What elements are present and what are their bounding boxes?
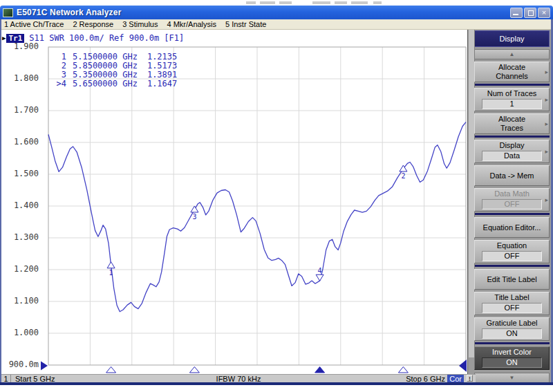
softkey-label: Allocate bbox=[475, 63, 549, 72]
softkey-sidebar: Display ▲ AllocateChannels▸Num of Traces… bbox=[467, 30, 551, 382]
y-axis-label: 1.300 bbox=[1, 233, 39, 242]
submenu-arrow-icon: ▸ bbox=[545, 120, 548, 127]
softkey-scroll-down-button[interactable]: ▼ bbox=[474, 373, 550, 383]
marker-label: 1 bbox=[109, 269, 113, 277]
softkey-group-separator bbox=[474, 342, 550, 344]
title-bar: E5071C Network Analyzer × bbox=[0, 6, 553, 19]
y-axis-label: 1.800 bbox=[1, 74, 39, 83]
marker-readout-table: 15.1500000 GHz1.213525.8500000 GHz1.5173… bbox=[51, 53, 177, 88]
menu-active-ch-trace[interactable]: 1 Active Ch/Trace bbox=[4, 20, 64, 28]
softkey-allocate-traces[interactable]: AllocateTraces▸ bbox=[474, 113, 550, 134]
window-border-left bbox=[0, 19, 1, 383]
softkey-label: Display bbox=[475, 141, 549, 150]
y-axis-label: 1.100 bbox=[1, 297, 39, 306]
y-axis-label: 1.200 bbox=[1, 265, 39, 274]
softkey-group-separator bbox=[474, 213, 550, 215]
menu-mkr-analysis[interactable]: 4 Mkr/Analysis bbox=[167, 20, 216, 28]
screen: E5071C Network Analyzer × 1 Active Ch/Tr… bbox=[0, 0, 553, 392]
trace-format-text: S11 SWR 100.0m/ Ref 900.0m [F1] bbox=[29, 33, 184, 43]
menu-stimulus[interactable]: 3 Stimulus bbox=[122, 20, 158, 28]
softkey-label: Data -> Mem bbox=[475, 171, 549, 180]
submenu-arrow-icon: ▸ bbox=[545, 96, 548, 103]
marker-label: 2 bbox=[401, 172, 405, 180]
softkey-label: Graticule Label bbox=[475, 319, 549, 328]
marker-frequency: 5.6500000 GHz bbox=[73, 80, 138, 88]
marker-stimulus-triangle bbox=[398, 367, 408, 373]
softkey-value: 1 bbox=[482, 99, 542, 109]
scroll-up-icon: ▲ bbox=[509, 51, 515, 57]
marker-symbol bbox=[400, 165, 407, 171]
window-border-bottom bbox=[0, 382, 553, 385]
softkey-display-data[interactable]: DisplayData▸ bbox=[474, 140, 550, 163]
softkey-data-to-mem[interactable]: Data -> Mem bbox=[474, 165, 550, 186]
menu-response[interactable]: 2 Response bbox=[73, 20, 113, 28]
y-axis-label: 900.0m bbox=[1, 360, 39, 369]
y-axis-label: 1.400 bbox=[1, 201, 39, 210]
softkey-label: Allocate bbox=[475, 115, 549, 124]
softkey-label: Traces bbox=[475, 124, 549, 133]
marker-symbol bbox=[191, 206, 198, 212]
softkey-label: Data Math bbox=[475, 189, 549, 198]
y-axis-label: 1.900 bbox=[1, 42, 39, 51]
marker-label: 3 bbox=[192, 213, 196, 221]
softkey-label: Num of Traces bbox=[475, 89, 549, 98]
alert-badge: ! bbox=[467, 375, 473, 382]
minimize-icon bbox=[513, 14, 518, 15]
active-marker-stimulus-triangle bbox=[315, 367, 325, 373]
softkey-data-math[interactable]: Data MathOFF▸ bbox=[474, 188, 550, 212]
softkey-group-separator bbox=[474, 136, 550, 138]
y-axis-label: 1.600 bbox=[1, 138, 39, 147]
softkey-menu-header: Display bbox=[474, 30, 550, 47]
menu-instr-state[interactable]: 5 Instr State bbox=[225, 20, 266, 28]
softkey-label: Invert Color bbox=[475, 348, 549, 357]
app-icon bbox=[3, 8, 13, 17]
marker-stimulus-triangle bbox=[106, 367, 116, 373]
marker-row: >45.6500000 GHz1.1647 bbox=[51, 80, 177, 88]
softkey-value: ON bbox=[482, 328, 542, 339]
marker-symbol bbox=[107, 262, 115, 268]
scroll-down-icon: ▼ bbox=[509, 375, 515, 381]
softkey-value: ON bbox=[482, 357, 542, 368]
softkey-value: Data bbox=[482, 151, 542, 161]
marker-number: >4 bbox=[51, 80, 66, 88]
softkey-allocate-channels[interactable]: AllocateChannels▸ bbox=[474, 62, 550, 82]
y-axis-label: 1.500 bbox=[1, 169, 39, 178]
restore-button[interactable] bbox=[524, 8, 536, 18]
active-marker-symbol bbox=[316, 274, 324, 281]
softkey-graticule-label[interactable]: Graticule LabelON bbox=[474, 317, 550, 341]
window-title: E5071C Network Analyzer bbox=[17, 8, 510, 17]
softkey-value: OFF bbox=[482, 199, 542, 209]
y-axis-label: 1.700 bbox=[1, 106, 39, 115]
restore-icon bbox=[528, 10, 534, 16]
softkey-label: Equation Editor... bbox=[475, 223, 549, 232]
submenu-arrow-icon: ▸ bbox=[545, 148, 548, 155]
softkey-equation[interactable]: EquationOFF bbox=[474, 240, 550, 263]
softkey-edit-title-label[interactable]: Edit Title Label bbox=[474, 269, 550, 290]
submenu-arrow-icon: ▸ bbox=[545, 68, 548, 75]
softkey-scroll-up-button[interactable]: ▲ bbox=[474, 49, 550, 59]
softkey-invert-color[interactable]: Invert ColorON bbox=[474, 346, 550, 370]
marker-value: 1.1647 bbox=[147, 80, 177, 88]
active-trace-arrow-icon: ▶ bbox=[2, 35, 6, 41]
softkey-value: OFF bbox=[482, 251, 542, 261]
softkey-title-label[interactable]: Title LabelOFF bbox=[474, 292, 550, 315]
softkey-equation-editor[interactable]: Equation Editor... bbox=[474, 217, 550, 238]
y-axis-label: 1.000 bbox=[1, 328, 39, 337]
close-button[interactable]: × bbox=[538, 8, 550, 18]
softkey-label: Edit Title Label bbox=[475, 275, 549, 284]
submenu-arrow-icon: ▸ bbox=[545, 196, 548, 203]
marker-stimulus-triangle bbox=[189, 367, 199, 373]
marker-label: 4 bbox=[318, 267, 322, 274]
minimize-button[interactable] bbox=[510, 8, 523, 18]
softkey-label: Title Label bbox=[475, 293, 549, 302]
softkey-group-separator bbox=[474, 265, 550, 267]
softkey-label: Channels bbox=[475, 72, 549, 81]
menu-bar: 1 Active Ch/Trace2 Response3 Stimulus4 M… bbox=[1, 19, 551, 30]
softkey-label: Equation bbox=[475, 241, 549, 250]
sweep-position-arrow bbox=[459, 360, 467, 372]
softkey-value: OFF bbox=[482, 303, 542, 313]
softkey-num-of-traces[interactable]: Num of Traces1▸ bbox=[474, 88, 550, 111]
softkey-group-separator bbox=[474, 84, 550, 86]
reference-level-arrow bbox=[41, 362, 48, 371]
